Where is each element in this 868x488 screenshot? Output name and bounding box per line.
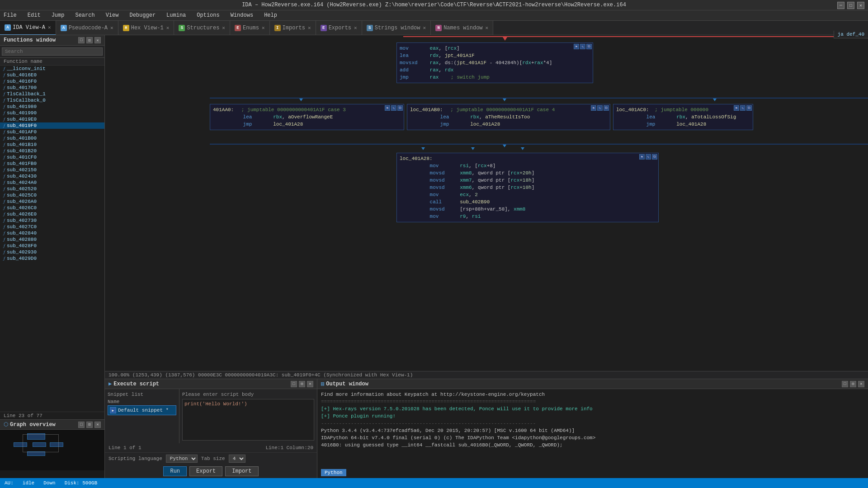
tab-enums[interactable]: E Enums ✕ (230, 21, 270, 35)
tab-hex-view-1[interactable]: H Hex View-1 ✕ (118, 21, 175, 35)
script-editor[interactable]: print('Hello World!') (182, 399, 314, 441)
minimize-button[interactable]: ─ (837, 2, 844, 9)
function-item[interactable]: 𝑓sub_4026A0 (0, 198, 104, 205)
block2-icon-flag[interactable]: ⚑ (385, 105, 390, 111)
block4-icon-flag[interactable]: ⚑ (734, 105, 739, 111)
function-item[interactable]: 𝑓sub_401980 (0, 103, 104, 110)
tab-close-names[interactable]: ✕ (486, 25, 489, 31)
menu-windows[interactable]: Windows (229, 11, 255, 19)
function-item[interactable]: 𝑓sub_4029D0 (0, 255, 104, 262)
block1-icon-edit[interactable]: ✎ (580, 44, 585, 49)
function-item[interactable]: 𝑓sub_4026E0 (0, 211, 104, 217)
script-close-btn[interactable]: ✕ (307, 381, 313, 387)
function-item[interactable]: 𝑓sub_402880 (0, 236, 104, 243)
tab-close-ida-view[interactable]: ✕ (48, 24, 51, 30)
run-button[interactable]: Run (163, 466, 187, 476)
function-item[interactable]: 𝑓sub_401B00 (0, 135, 104, 141)
function-item[interactable]: 𝑓sub_402150 (0, 167, 104, 173)
function-item[interactable]: 𝑓TlsCallback_1 (0, 91, 104, 97)
menu-search[interactable]: Search (73, 11, 96, 19)
tab-close-enums[interactable]: ✕ (262, 25, 265, 31)
tab-close-structures[interactable]: ✕ (222, 25, 225, 31)
block4-icon-edit[interactable]: ✎ (740, 105, 745, 111)
tab-names-window[interactable]: N Names window ✕ (431, 21, 493, 35)
function-item[interactable]: 𝑓sub_4028F0 (0, 243, 104, 249)
block5-icon-flag[interactable]: ⚑ (639, 154, 645, 160)
output-attach-btn[interactable]: ⊡ (850, 381, 856, 387)
function-item[interactable]: 𝑓sub_4016F0 (0, 78, 104, 84)
block3-icon-flag[interactable]: ⚑ (591, 105, 596, 111)
block5-icon-copy[interactable]: ⧉ (652, 154, 657, 160)
tab-close-exports[interactable]: ✕ (354, 25, 357, 31)
function-item[interactable]: 𝑓sub_401B20 (0, 148, 104, 154)
scripting-lang-select[interactable]: Python IDC (166, 455, 198, 463)
functions-search-input[interactable] (2, 47, 103, 56)
tab-structures[interactable]: S Structures ✕ (174, 21, 230, 35)
tab-icon-ida-view: A (5, 24, 11, 31)
graph-float-btn[interactable]: □ (78, 422, 85, 428)
functions-close-btn[interactable]: ✕ (94, 37, 101, 43)
function-item[interactable]: 𝑓sub_402930 (0, 249, 104, 255)
function-item[interactable]: 𝑓sub_4019F0 (0, 122, 104, 129)
function-item[interactable]: 𝑓sub_4024A0 (0, 179, 104, 186)
block3-icon-copy[interactable]: ⧉ (604, 105, 609, 111)
function-item[interactable]: 𝑓sub_4019E0 (0, 116, 104, 122)
function-item[interactable]: 𝑓sub_401CF0 (0, 154, 104, 160)
function-item[interactable]: 𝑓sub_402520 (0, 186, 104, 192)
script-float-btn[interactable]: □ (291, 381, 297, 387)
function-item[interactable]: 𝑓sub_4026C0 (0, 205, 104, 211)
close-button[interactable]: ✕ (857, 2, 864, 9)
function-item[interactable]: 𝑓sub_4025C0 (0, 192, 104, 198)
tab-close-imports[interactable]: ✕ (308, 25, 311, 31)
block4-icon-copy[interactable]: ⧉ (746, 105, 752, 111)
menu-file[interactable]: File (2, 11, 19, 19)
block1-icon-copy[interactable]: ⧉ (586, 44, 592, 49)
tab-close-pseudocode[interactable]: ✕ (110, 25, 113, 31)
menu-lumina[interactable]: Lumina (165, 11, 188, 19)
function-item[interactable]: 𝑓__liconv_init (0, 66, 104, 72)
graph-attach-btn[interactable]: ⊡ (86, 422, 93, 428)
block1-icon-flag[interactable]: ⚑ (574, 44, 579, 49)
menu-options[interactable]: Options (195, 11, 221, 19)
function-item[interactable]: 𝑓sub_401B10 (0, 141, 104, 148)
functions-list[interactable]: 𝑓__liconv_init𝑓sub_4016E0𝑓sub_4016F0𝑓sub… (0, 66, 104, 412)
function-item[interactable]: 𝑓sub_402840 (0, 230, 104, 236)
function-item[interactable]: 𝑓sub_402730 (0, 217, 104, 224)
graph-close-btn[interactable]: ✕ (94, 422, 101, 428)
tab-close-strings[interactable]: ✕ (423, 25, 426, 31)
tab-imports[interactable]: I Imports ✕ (270, 21, 316, 35)
functions-float-btn[interactable]: □ (78, 37, 85, 43)
tab-exports[interactable]: E Exports ✕ (316, 21, 362, 35)
maximize-button[interactable]: □ (847, 2, 854, 9)
block2-icon-edit[interactable]: ✎ (391, 105, 396, 111)
block5-icon-edit[interactable]: ✎ (646, 154, 651, 160)
tab-size-select[interactable]: 4 2 8 (229, 455, 245, 463)
function-item[interactable]: 𝑓sub_401FB0 (0, 160, 104, 167)
function-item[interactable]: 𝑓TlsCallback_0 (0, 97, 104, 103)
menu-help[interactable]: Help (262, 11, 279, 19)
tab-close-hex[interactable]: ✕ (166, 25, 170, 31)
function-item[interactable]: 𝑓sub_4016E0 (0, 72, 104, 78)
block3-icon-edit[interactable]: ✎ (597, 105, 603, 111)
tab-ida-view-a[interactable]: A IDA View-A ✕ (0, 21, 56, 35)
tab-pseudocode-a[interactable]: A Pseudocode-A ✕ (56, 21, 118, 35)
menu-debugger[interactable]: Debugger (127, 11, 157, 19)
function-item[interactable]: 𝑓sub_401990 (0, 110, 104, 116)
function-item[interactable]: 𝑓sub_402430 (0, 173, 104, 179)
ida-view[interactable]: ⚑ ✎ ⧉ mov eax, [rcx] lea rdx, jpt_401A1F… (105, 35, 868, 379)
menu-edit[interactable]: Edit (26, 11, 42, 19)
block2-icon-copy[interactable]: ⧉ (397, 105, 403, 111)
functions-attach-btn[interactable]: ⊡ (86, 37, 93, 43)
output-float-btn[interactable]: □ (842, 381, 848, 387)
script-attach-btn[interactable]: ⊡ (299, 381, 305, 387)
function-item[interactable]: 𝑓sub_401AF0 (0, 129, 104, 135)
output-close-btn[interactable]: ✕ (858, 381, 864, 387)
menu-jump[interactable]: Jump (50, 11, 66, 19)
tab-strings-window[interactable]: S Strings window ✕ (362, 21, 431, 35)
menu-view[interactable]: View (104, 11, 121, 19)
function-item[interactable]: 𝑓sub_4027C0 (0, 224, 104, 230)
import-button[interactable]: Import (225, 466, 258, 476)
function-item[interactable]: 𝑓sub_401700 (0, 84, 104, 91)
default-snippet-item[interactable]: ▶ Default snippet * (108, 405, 176, 415)
export-button[interactable]: Export (189, 466, 222, 476)
